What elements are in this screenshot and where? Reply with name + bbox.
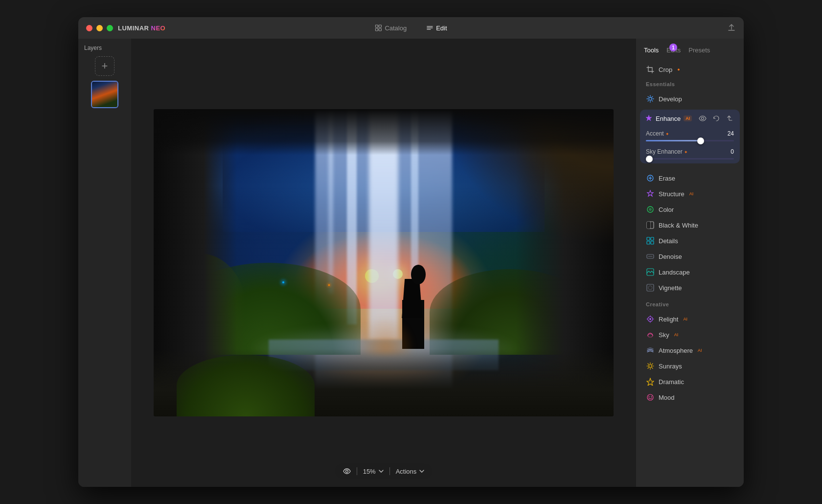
svg-point-29: [651, 396, 652, 397]
landscape-tool[interactable]: Landscape: [642, 264, 738, 280]
sky-label-row: Sky Enhancer ✦ 0: [646, 148, 734, 155]
svg-rect-17: [647, 241, 650, 244]
svg-rect-21: [647, 284, 654, 291]
svg-point-8: [649, 97, 652, 100]
crop-section: Crop ●: [636, 60, 744, 79]
layer-thumb-inner: [92, 82, 117, 107]
eye-icon: [343, 468, 351, 474]
erase-section: Erase Structure AI: [636, 168, 744, 298]
main-content: Layers +: [78, 39, 744, 487]
sky-icon: [646, 330, 655, 339]
enhance-undo-btn[interactable]: [725, 114, 735, 123]
develop-icon: [646, 94, 655, 103]
layer-thumbnail[interactable]: [91, 81, 118, 108]
fullscreen-button[interactable]: [107, 25, 113, 31]
structure-tool[interactable]: Structure AI: [642, 186, 738, 202]
close-button[interactable]: [86, 25, 92, 31]
edit-button[interactable]: Edit: [422, 23, 451, 34]
right-panel: Tools Edits 1 Presets Crop ● Ess: [636, 39, 744, 487]
erase-tool[interactable]: Erase: [642, 170, 738, 186]
develop-section: Develop: [636, 89, 744, 109]
figure-glow: [356, 316, 415, 355]
actions-button[interactable]: Actions: [396, 468, 425, 475]
svg-point-7: [345, 470, 348, 473]
app-logo: LUMINAR NEO: [118, 24, 165, 32]
denoise-tool[interactable]: Denoise: [642, 249, 738, 264]
accent-slider-row: Accent ✦ 24: [640, 127, 740, 145]
actions-chevron-icon: [419, 470, 424, 473]
svg-point-9: [702, 117, 704, 120]
enhance-panel: Enhance AI: [640, 110, 740, 163]
black-white-tool[interactable]: Black & White: [642, 217, 738, 233]
title-nav: Catalog Edit: [371, 23, 451, 34]
cave-ceiling: [154, 109, 614, 155]
traffic-lights: [86, 25, 113, 31]
color-tool[interactable]: Color: [642, 202, 738, 217]
panel-tabs: Tools Edits 1 Presets: [636, 39, 744, 60]
edit-icon: [426, 24, 433, 31]
svg-point-12: [649, 208, 652, 211]
develop-tool[interactable]: Develop: [642, 91, 738, 107]
svg-point-26: [649, 365, 652, 367]
svg-rect-2: [375, 28, 378, 31]
minimize-button[interactable]: [96, 25, 103, 31]
layers-panel: Layers +: [78, 39, 131, 487]
mood-tool[interactable]: Mood: [642, 389, 738, 405]
atmosphere-tool[interactable]: Atmosphere AI: [642, 343, 738, 358]
svg-rect-0: [375, 25, 378, 27]
sky-enhancer-label: Sky Enhancer ✦: [646, 148, 688, 155]
tab-presets[interactable]: Presets: [688, 45, 710, 56]
toolbar-divider-1: [357, 467, 357, 475]
crop-ai-dot: ●: [677, 67, 680, 72]
sunrays-icon: [646, 362, 655, 370]
catalog-button[interactable]: Catalog: [371, 23, 411, 34]
canvas-area: 15% Actions: [131, 39, 636, 487]
sky-enhancer-slider-row: Sky Enhancer ✦ 0: [640, 145, 740, 163]
relight-tool[interactable]: Relight AI: [642, 311, 738, 327]
creative-section: Relight AI Sky AI: [636, 309, 744, 407]
visibility-toggle[interactable]: [343, 468, 351, 474]
chevron-down-icon: [379, 470, 384, 473]
svg-point-25: [648, 334, 653, 337]
accent-slider-track[interactable]: [646, 140, 734, 141]
dramatic-tool[interactable]: Dramatic: [642, 374, 738, 389]
structure-icon: [646, 189, 655, 198]
accent-ai-marker: ✦: [665, 132, 669, 137]
catalog-icon: [375, 24, 382, 31]
enhance-title: Enhance AI: [645, 115, 698, 122]
share-icon: [727, 23, 736, 32]
add-layer-button[interactable]: +: [95, 56, 114, 76]
enhance-header[interactable]: Enhance AI: [640, 110, 740, 127]
share-button[interactable]: [727, 23, 736, 32]
landscape-icon: [646, 268, 655, 276]
accent-slider-thumb[interactable]: [697, 137, 704, 144]
sky-enhancer-slider-track[interactable]: [646, 158, 734, 160]
photo-background: [154, 109, 614, 416]
enhance-actions: [698, 114, 735, 123]
creative-label: Creative: [636, 298, 744, 309]
photo-canvas: [154, 109, 614, 416]
svg-rect-3: [379, 28, 381, 31]
atmosphere-icon: [646, 346, 655, 355]
sky-tool[interactable]: Sky AI: [642, 327, 738, 343]
title-bar: LUMINAR NEO Catalog Edit: [78, 17, 744, 39]
details-icon: [646, 236, 655, 245]
tab-tools[interactable]: Tools: [644, 45, 659, 56]
sky-ai-badge: AI: [674, 332, 679, 337]
enhance-visibility-btn[interactable]: [698, 114, 708, 123]
vignette-tool[interactable]: Vignette: [642, 280, 738, 296]
canvas-toolbar: 15% Actions: [335, 463, 433, 479]
sunrays-tool[interactable]: Sunrays: [642, 358, 738, 374]
svg-rect-15: [647, 237, 650, 240]
toolbar-divider-2: [389, 467, 390, 475]
app-window: LUMINAR NEO Catalog Edit: [78, 17, 744, 487]
sky-enhancer-thumb[interactable]: [646, 156, 653, 162]
svg-rect-1: [379, 25, 381, 27]
details-tool[interactable]: Details: [642, 233, 738, 249]
crop-tool[interactable]: Crop ●: [642, 62, 738, 77]
layers-title: Layers: [84, 45, 102, 51]
enhance-reset-btn[interactable]: [711, 114, 721, 123]
zoom-control[interactable]: 15%: [363, 468, 384, 475]
svg-point-22: [648, 286, 652, 290]
svg-rect-16: [651, 237, 654, 240]
